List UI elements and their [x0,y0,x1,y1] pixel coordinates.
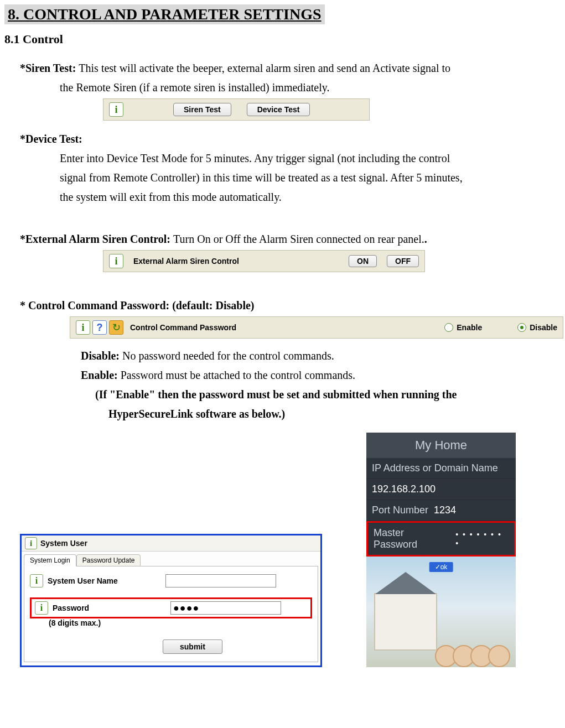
ccp-enable-text: Password must be attached to the control… [121,369,355,381]
phone-photo: ✓ok [366,557,516,667]
ccp-disable-text: No password needed for the control comma… [122,350,334,362]
device-test-text-line1: Enter into Device Test Mode for 5 minute… [60,150,561,167]
ccp-panel: i ? ↻ Control Command Password Enable Di… [70,316,563,339]
ccp-note-line2: HyperSecureLink software as below.) [108,408,285,420]
info-icon[interactable]: i [76,320,90,335]
tab-password-update[interactable]: Password Update [76,554,141,566]
siren-test-paragraph: *Siren Test: This test will activate the… [20,60,561,77]
radio-icon [444,323,453,332]
ccp-panel-label: Control Command Password [130,323,442,332]
ext-siren-panel: i External Alarm Siren Control ON OFF [103,250,425,272]
info-icon[interactable]: i [35,601,48,615]
siren-test-text-line2: the Remote Siren (if a remote siren is i… [60,79,561,96]
tab-strip: System Login Password Update [24,554,318,566]
refresh-icon[interactable]: ↻ [109,320,123,335]
ccp-enable-radio[interactable]: Enable [444,323,482,332]
password-input[interactable] [170,601,281,615]
device-test-text-line2: signal from Remote Controller) in this t… [60,169,561,186]
info-icon[interactable]: i [109,102,123,117]
password-note: (8 digits max.) [49,618,312,627]
username-label: System User Name [48,576,161,585]
username-row: i System User Name [30,574,312,587]
siren-test-button[interactable]: Siren Test [173,103,231,116]
username-input[interactable] [165,574,276,587]
siren-test-text-line1: This test will activate the beeper, exte… [79,62,450,74]
phone-port-value: 1234 [434,505,456,516]
ccp-enable-heading: Enable: [81,369,121,381]
submit-button[interactable]: submit [163,639,222,654]
ext-siren-panel-label: External Alarm Siren Control [133,257,339,266]
phone-port-label: Port Number [372,505,428,516]
ccp-disable-radio[interactable]: Disable [517,323,557,332]
phone-ip-value-row[interactable]: 192.168.2.100 [366,479,516,500]
ccp-disable-heading: Disable: [81,350,122,362]
ok-button[interactable]: ✓ok [429,562,453,572]
siren-test-label: *Siren Test: [20,62,79,74]
ext-siren-text: Turn On or Off the Alarm Siren connected… [173,233,424,245]
help-icon[interactable]: ? [92,320,107,335]
phone-panel: My Home IP Address or Domain Name 192.16… [366,433,516,667]
system-user-titlebar: i System User [22,535,320,552]
house-graphic [374,593,437,651]
ext-siren-off-button[interactable]: OFF [387,255,419,267]
phone-ip-value: 192.168.2.100 [372,483,436,495]
device-test-text-line3: the system will exit from this mode auto… [60,189,561,206]
page-title: 8. CONTROL AND PARAMETER SETTINGS [4,4,325,24]
password-label: Password [53,604,166,612]
people-graphic [439,645,510,667]
phone-port-row[interactable]: Port Number 1234 [366,500,516,521]
ext-siren-on-button[interactable]: ON [349,255,377,267]
system-user-dialog: i System User System Login Password Upda… [20,534,322,667]
info-icon[interactable]: i [30,574,43,587]
ext-siren-label: *External Alarm Siren Control: [20,233,173,245]
phone-master-password-row[interactable]: Master Password • • • • • • • • [366,521,516,557]
tab-body: i System User Name i Password (8 digits … [24,566,318,662]
phone-master-label: Master Password [374,527,450,550]
device-test-button[interactable]: Device Test [247,103,310,116]
system-user-title: System User [40,539,87,548]
ccp-disable-radio-label: Disable [530,323,557,332]
tab-system-login[interactable]: System Login [24,554,76,566]
device-test-label: *Device Test: [20,133,82,145]
info-icon[interactable]: i [25,537,37,549]
phone-title: My Home [366,433,516,458]
ext-siren-paragraph: *External Alarm Siren Control: Turn On o… [20,231,561,248]
password-row-highlight: i Password [30,597,312,618]
section-heading: 8.1 Control [4,32,561,46]
phone-ip-label-row: IP Address or Domain Name [366,458,516,479]
ccp-label: * Control Command Password: (default: Di… [20,299,255,311]
radio-checked-icon [517,323,526,332]
ccp-note-line1: (If "Enable" then the password must be s… [95,388,457,401]
test-buttons-panel: i Siren Test Device Test [103,98,370,121]
phone-master-value: • • • • • • • • [455,530,509,548]
ccp-enable-radio-label: Enable [457,323,482,332]
info-icon[interactable]: i [109,254,123,268]
